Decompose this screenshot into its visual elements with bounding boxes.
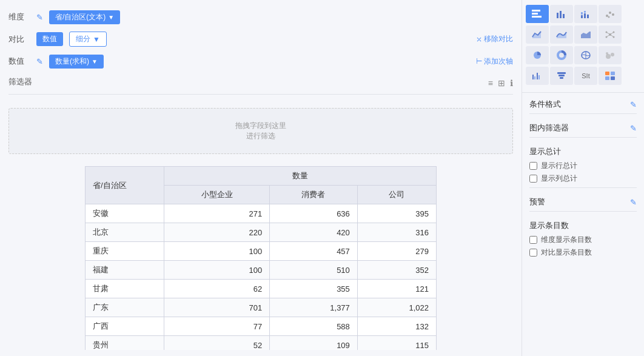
show-count-section: 显示条目数 维度显示条目数 对比显示条目数	[529, 220, 637, 258]
dimension-count-row: 维度显示条目数	[529, 235, 637, 245]
cell-province: 广东	[86, 298, 164, 317]
svg-rect-34	[534, 76, 535, 79]
svg-line-25	[610, 35, 614, 37]
th-small: 小型企业	[164, 186, 270, 204]
bubble-icon[interactable]	[599, 46, 622, 64]
left-panel: 维度 ✎ 省/自治区(文本) ▼ 对比 数值 细分 ▼ ⤫ 移除对比 数值 ✎ …	[0, 0, 522, 356]
th-company: 公司	[357, 186, 436, 204]
highlight-icon[interactable]	[599, 67, 622, 85]
th-consumer: 消费者	[270, 186, 358, 204]
warning-edit-icon[interactable]: ✎	[630, 198, 637, 207]
value-label: 数值	[8, 56, 30, 67]
network-icon[interactable]	[599, 25, 622, 44]
dimension-count-checkbox[interactable]	[529, 236, 537, 244]
cell-company: 1,022	[357, 298, 436, 317]
table-row: 重庆 100 457 279	[86, 242, 437, 261]
cell-province: 安徽	[86, 204, 164, 223]
text-icon[interactable]: SIt	[574, 67, 597, 85]
svg-rect-36	[538, 75, 540, 79]
table-row: 福建 100 510 352	[86, 261, 437, 280]
svg-point-30	[606, 54, 611, 59]
dimension-count-label: 维度显示条目数	[541, 235, 592, 245]
show-row-total-row: 显示行总计	[529, 161, 637, 171]
compare-count-checkbox[interactable]	[529, 249, 537, 257]
table-wrapper[interactable]: 省/自治区 数量 小型企业 消费者 公司 安徽 271 636 395 北京	[8, 166, 513, 350]
svg-point-13	[612, 13, 614, 16]
remove-compare-btn[interactable]: ⤫ 移除对比	[476, 34, 513, 44]
compare-segment-btn[interactable]: 细分 ▼	[69, 32, 107, 47]
table-row: 广西 77 588 132	[86, 317, 437, 336]
show-row-total-label: 显示行总计	[541, 161, 577, 171]
cell-company: 121	[357, 280, 436, 298]
data-table: 省/自治区 数量 小型企业 消费者 公司 安徽 271 636 395 北京	[85, 166, 437, 350]
cell-province: 贵州	[86, 336, 164, 351]
table-row: 广东 701 1,377 1,022	[86, 298, 437, 317]
svg-rect-35	[537, 73, 538, 79]
add-axis-btn[interactable]: ⊢ 添加次轴	[476, 56, 513, 67]
svg-rect-33	[532, 75, 534, 79]
icon-row-4: SIt	[526, 67, 640, 85]
svg-rect-39	[560, 77, 563, 79]
scatter-icon[interactable]	[599, 5, 622, 23]
filter-info-icon[interactable]: ℹ	[510, 78, 513, 88]
bar-horizontal-icon[interactable]	[526, 5, 549, 23]
svg-rect-10	[587, 15, 589, 18]
svg-rect-40	[605, 72, 609, 75]
cell-province: 重庆	[86, 242, 164, 261]
svg-rect-37	[557, 72, 566, 74]
in-chart-filter-section: 图内筛选器 ✎	[529, 123, 637, 138]
value-edit-icon[interactable]: ✎	[36, 57, 43, 66]
dimension-value-btn[interactable]: 省/自治区(文本) ▼	[49, 10, 120, 24]
remove-icon: ⤫	[476, 35, 482, 44]
bar-vertical-icon[interactable]	[550, 5, 573, 23]
show-row-total-checkbox[interactable]	[529, 162, 537, 170]
area-filled-icon[interactable]	[574, 25, 597, 44]
icon-row-3	[526, 46, 640, 64]
value-arrow-icon: ▼	[92, 58, 98, 65]
svg-line-23	[610, 32, 614, 35]
chart-icons-section: SIt	[522, 0, 644, 93]
icon-row-1	[526, 5, 640, 23]
compare-value-btn[interactable]: 数值	[36, 32, 63, 46]
area-icon[interactable]	[526, 25, 549, 44]
bar-stacked-icon[interactable]	[574, 5, 597, 23]
filter-section: 筛选器 ≡ ⊞ ℹ	[0, 72, 522, 102]
filter-list-icon[interactable]: ≡	[488, 78, 493, 88]
in-chart-filter-edit-icon[interactable]: ✎	[630, 124, 637, 133]
show-col-total-checkbox[interactable]	[529, 175, 537, 183]
svg-marker-16	[581, 32, 591, 38]
cell-company: 352	[357, 261, 436, 280]
conditional-format-edit-icon[interactable]: ✎	[630, 100, 637, 109]
svg-rect-7	[581, 12, 583, 15]
value-row: 数值 ✎ 数量(求和) ▼ ⊢ 添加次轴	[0, 50, 522, 72]
cell-province: 北京	[86, 223, 164, 242]
svg-rect-0	[532, 10, 540, 12]
svg-rect-8	[584, 13, 586, 18]
show-count-title: 显示条目数	[529, 220, 637, 231]
add-axis-icon: ⊢	[476, 57, 482, 65]
icon-row-2	[526, 25, 640, 44]
area-wave-icon[interactable]	[550, 25, 573, 44]
conditional-format-title: 条件格式 ✎	[529, 99, 637, 110]
map-icon[interactable]	[574, 46, 597, 64]
cell-company: 395	[357, 204, 436, 223]
svg-point-31	[611, 53, 614, 56]
value-btn[interactable]: 数量(求和) ▼	[49, 55, 104, 69]
cell-consumer: 355	[270, 280, 358, 298]
warning-title: 预警 ✎	[529, 196, 637, 207]
cell-company: 132	[357, 317, 436, 336]
cell-small: 77	[164, 317, 270, 336]
dimension-edit-icon[interactable]: ✎	[36, 13, 43, 22]
table-row: 甘肃 62 355 121	[86, 280, 437, 298]
donut-icon[interactable]	[550, 46, 573, 64]
dimension-arrow-icon: ▼	[108, 14, 114, 21]
cell-consumer: 420	[270, 223, 358, 242]
funnel-icon[interactable]	[550, 67, 573, 85]
bar-group-icon[interactable]	[526, 67, 549, 85]
compare-label: 对比	[8, 34, 30, 45]
pie-icon[interactable]	[526, 46, 549, 64]
text-label: SIt	[582, 72, 589, 79]
svg-rect-5	[563, 14, 565, 18]
filter-table-icon[interactable]: ⊞	[498, 78, 505, 88]
compare-row: 对比 数值 细分 ▼ ⤫ 移除对比	[0, 28, 522, 50]
